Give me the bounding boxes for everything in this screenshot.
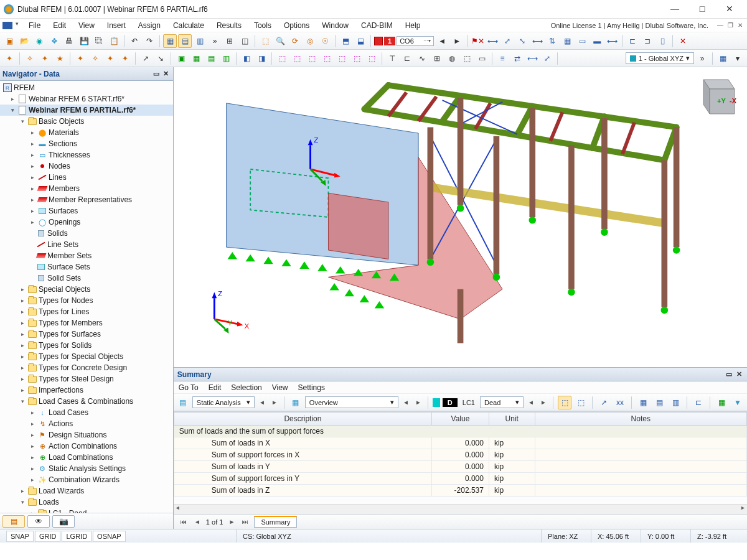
- redo-icon[interactable]: ↷: [143, 34, 156, 48]
- tool1-icon[interactable]: ↗: [597, 396, 611, 409]
- undo-icon[interactable]: ↶: [128, 34, 141, 48]
- menu-file[interactable]: File: [22, 20, 47, 31]
- section2-icon[interactable]: ⊐: [641, 34, 654, 48]
- tree-root[interactable]: RRFEM: [0, 82, 173, 93]
- menu-window[interactable]: Window: [316, 20, 355, 31]
- tree-item[interactable]: ▸Members: [0, 183, 173, 194]
- panel-float-icon[interactable]: ▭: [152, 70, 161, 78]
- panel-close-icon[interactable]: ✕: [162, 70, 171, 78]
- tree-item[interactable]: ▸⚙Static Analysis Settings: [0, 463, 173, 474]
- t2-15-icon[interactable]: ◧: [240, 52, 253, 65]
- tree-item[interactable]: ▸Surfaces: [0, 205, 173, 217]
- table-row[interactable]: Sum of loads in X0.000kip: [174, 437, 746, 449]
- section3-icon[interactable]: ⌷: [655, 34, 669, 48]
- tool2-icon[interactable]: xx: [613, 396, 627, 409]
- save-icon[interactable]: 🖶: [62, 34, 76, 48]
- tree-item[interactable]: ▸LC1 - Dead: [0, 508, 173, 513]
- t2-23-icon[interactable]: ⬚: [365, 52, 378, 65]
- tree-item[interactable]: ▸⚑Design Situations: [0, 429, 173, 441]
- col-notes[interactable]: Notes: [535, 413, 746, 426]
- tree-group[interactable]: ▸Types for Surfaces: [0, 329, 173, 340]
- tree-item[interactable]: ▸▬Sections: [0, 138, 173, 149]
- menu-help[interactable]: Help: [399, 20, 427, 31]
- nav-tab-display[interactable]: 👁: [27, 515, 50, 528]
- tree-group[interactable]: ▸Types for Solids: [0, 340, 173, 351]
- horizontal-scrollbar[interactable]: [174, 504, 747, 514]
- t2-3-icon[interactable]: ✦: [38, 52, 52, 65]
- t2-30-icon[interactable]: ▭: [475, 52, 489, 65]
- menu-insert[interactable]: Insert: [101, 20, 132, 31]
- lgrid-toggle[interactable]: LGRID: [62, 531, 92, 542]
- t2-layer-icon[interactable]: ▦: [716, 52, 730, 65]
- tree-group[interactable]: ▸Imperfections: [0, 385, 173, 396]
- doc-minimize-icon[interactable]: —: [716, 21, 725, 30]
- menu-cadbim[interactable]: CAD-BIM: [355, 20, 399, 31]
- t2-8-icon[interactable]: ✦: [118, 52, 132, 65]
- tree-group[interactable]: ▸Types for Concrete Design: [0, 362, 173, 373]
- dim4-icon[interactable]: ⟷: [530, 34, 544, 48]
- tree-group[interactable]: ▸Types for Nodes: [0, 295, 173, 306]
- grid-icon[interactable]: ▦: [560, 34, 574, 48]
- model-viewport[interactable]: Z Z X Y +Y -X: [174, 67, 747, 367]
- next-icon[interactable]: ►: [413, 398, 423, 408]
- t2-1-icon[interactable]: ✦: [2, 52, 16, 65]
- dim3-icon[interactable]: ⤡: [515, 34, 529, 48]
- result1-icon[interactable]: ▭: [575, 34, 589, 48]
- table-row[interactable]: Sum of loads in Z-202.537kip: [174, 485, 746, 497]
- t2-14-icon[interactable]: ▥: [219, 52, 233, 65]
- summary-menu-selection[interactable]: Selection: [231, 383, 261, 392]
- grid-toggle[interactable]: GRID: [35, 531, 61, 542]
- summary-menu-view[interactable]: View: [272, 383, 288, 392]
- panel-close-icon[interactable]: ✕: [735, 370, 743, 379]
- tree-group[interactable]: ▸Load Wizards: [0, 485, 173, 497]
- t2-24-icon[interactable]: ⊤: [385, 52, 399, 65]
- summary-table[interactable]: Description Value Unit Notes Sum of load…: [174, 411, 747, 504]
- t2-7-icon[interactable]: ✦: [103, 52, 117, 65]
- tree-loads[interactable]: ▾Loads: [0, 497, 173, 508]
- t2-26-icon[interactable]: ∿: [415, 52, 429, 65]
- t2-22-icon[interactable]: ⬚: [350, 52, 364, 65]
- filter-icon[interactable]: ▼: [731, 396, 745, 409]
- pager-last-icon[interactable]: ⏭: [240, 517, 250, 527]
- copy-icon[interactable]: ⿻: [92, 34, 106, 48]
- t2-2-icon[interactable]: ✧: [23, 52, 37, 65]
- tree-file-active[interactable]: ▾Webinar RFEM 6 PARTIAL.rf6*: [0, 105, 173, 116]
- menu-edit[interactable]: Edit: [47, 20, 72, 31]
- tree-group[interactable]: ▸Types for Members: [0, 317, 173, 329]
- target-icon[interactable]: ◎: [303, 34, 317, 48]
- t2-4-icon[interactable]: ★: [53, 52, 67, 65]
- tree-item[interactable]: ▸▭Thicknesses: [0, 149, 173, 161]
- filter2-icon[interactable]: ⬚: [574, 396, 588, 409]
- menu-tools[interactable]: Tools: [248, 20, 278, 31]
- lc-prev-icon[interactable]: ◄: [435, 34, 449, 48]
- prev-icon[interactable]: ◄: [526, 398, 536, 408]
- col-unit[interactable]: Unit: [489, 413, 535, 426]
- pager-prev-icon[interactable]: ◄: [192, 517, 202, 527]
- col-description[interactable]: Description: [174, 413, 431, 426]
- tree-item[interactable]: ▸✨Combination Wizards: [0, 474, 173, 485]
- t2-29-icon[interactable]: ⬚: [460, 52, 474, 65]
- lc-dropdown[interactable]: Dead▾: [480, 396, 524, 408]
- t2-17-icon[interactable]: ⬚: [275, 52, 289, 65]
- calculate-icon[interactable]: ✕: [676, 34, 690, 48]
- t2-31-icon[interactable]: ≡: [496, 52, 509, 65]
- export-icon[interactable]: ▦: [715, 396, 728, 409]
- tree-item[interactable]: ▸⬤Materials: [0, 127, 173, 138]
- table-row[interactable]: Sum of support forces in X0.000kip: [174, 449, 746, 461]
- t2-5-icon[interactable]: ✦: [73, 52, 87, 65]
- tree-item[interactable]: ▸↯Actions: [0, 418, 173, 429]
- summary-menu-settings[interactable]: Settings: [298, 383, 325, 392]
- filter1-icon[interactable]: ⬚: [558, 396, 571, 409]
- close-button[interactable]: ✕: [716, 1, 743, 18]
- tree-item[interactable]: ▸◯Openings: [0, 217, 173, 228]
- t2-21-icon[interactable]: ⬚: [335, 52, 349, 65]
- tool4-icon[interactable]: ▤: [652, 396, 666, 409]
- table-row[interactable]: Sum of support forces in Y0.000kip: [174, 473, 746, 485]
- t2-34-icon[interactable]: ⤢: [540, 52, 554, 65]
- lc-next-icon[interactable]: ►: [450, 34, 464, 48]
- t2-27-icon[interactable]: ⊞: [430, 52, 444, 65]
- navigation-cube[interactable]: +Y -X: [691, 73, 741, 123]
- tree-item[interactable]: ▸Member Representatives: [0, 194, 173, 205]
- tree-group[interactable]: ▸Types for Steel Design: [0, 373, 173, 385]
- tree-lcc[interactable]: ▾Load Cases & Combinations: [0, 396, 173, 407]
